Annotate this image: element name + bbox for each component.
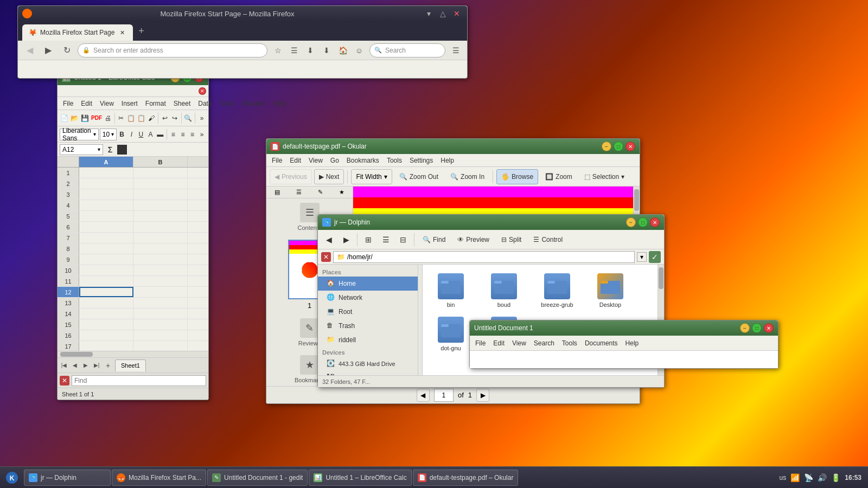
calc-menu-file[interactable]: File: [60, 99, 76, 108]
okular-menu-go[interactable]: Go: [327, 156, 342, 165]
tb-paste-btn[interactable]: 📋: [137, 112, 146, 125]
dolphin-control-btn[interactable]: ☰ Control: [528, 232, 567, 247]
cell-a3[interactable]: [79, 189, 133, 200]
tb-more-btn[interactable]: »: [197, 112, 206, 125]
cell-a1[interactable]: [79, 168, 133, 178]
dolphin-split-btn[interactable]: ⊟ Split: [496, 232, 526, 247]
okular-close-btn[interactable]: ✕: [626, 142, 635, 151]
cell-b16[interactable]: [133, 330, 188, 341]
dolphin-find-btn[interactable]: 🔍 Find: [418, 232, 450, 247]
dolphin-path-field[interactable]: 📁 /home/jr/: [333, 251, 635, 263]
cell-b1[interactable]: [133, 168, 188, 178]
okular-selection-btn[interactable]: ⬚ Selection ▾: [579, 169, 629, 184]
tb-new-btn[interactable]: 📄: [60, 112, 69, 125]
gedit-menu-documents[interactable]: Documents: [582, 338, 621, 348]
okular-zoom-out-btn[interactable]: 🔍 Zoom Out: [394, 169, 443, 184]
dolphin-icons-view-btn[interactable]: ⊞: [361, 232, 376, 247]
cell-a7[interactable]: [79, 233, 133, 243]
dolphin-vscroll-thumb[interactable]: [659, 267, 663, 289]
gedit-maximize-btn[interactable]: □: [752, 323, 762, 333]
firefox-search-bar[interactable]: 🔍 Search: [369, 43, 445, 57]
calc-hscroll-thumb[interactable]: [60, 352, 93, 357]
cell-b2[interactable]: [133, 178, 188, 189]
calc-formula-input[interactable]: [129, 144, 206, 155]
dolphin-places-root[interactable]: 💻 Root: [318, 305, 418, 319]
gedit-menu-tools[interactable]: Tools: [559, 338, 580, 348]
dolphin-places-riddell[interactable]: 📁 riddell: [318, 333, 418, 347]
dolphin-path-dropdown-btn[interactable]: ▾: [637, 252, 647, 262]
dolphin-forward-btn[interactable]: ▶: [339, 232, 354, 247]
cell-a4[interactable]: [79, 200, 133, 210]
okular-sidebar-tab-contents[interactable]: ☰: [288, 187, 310, 198]
tb-align-left-btn[interactable]: ≡: [169, 128, 178, 141]
okular-menu-edit[interactable]: Edit: [286, 156, 304, 165]
tb-find-btn[interactable]: 🔍: [183, 112, 193, 125]
tb-align-right-btn[interactable]: ≡: [188, 128, 197, 141]
cell-b5[interactable]: [133, 211, 188, 221]
cell-a10[interactable]: [79, 265, 133, 275]
dolphin-places-scrollbar[interactable]: [418, 265, 423, 375]
cell-a6[interactable]: [79, 222, 133, 232]
firefox-pocket-btn[interactable]: ⬇: [303, 43, 317, 57]
taskbar-app-okular[interactable]: 📄 default-testpage.pdf – Okular: [413, 470, 519, 486]
dolphin-places-trash[interactable]: 🗑 Trash: [318, 319, 418, 333]
calc-menu-view[interactable]: View: [97, 99, 117, 108]
firefox-reload-btn[interactable]: ↻: [59, 43, 74, 58]
okular-menu-file[interactable]: File: [269, 156, 285, 165]
calc-menu-sheet[interactable]: Sheet: [170, 99, 194, 108]
cell-b9[interactable]: [133, 254, 188, 265]
tb-italic-btn[interactable]: I: [127, 128, 136, 141]
calc-find-input[interactable]: [72, 375, 206, 386]
okular-browse-btn[interactable]: 🖐 Browse: [496, 169, 538, 184]
firefox-bookmark-btn[interactable]: ☆: [271, 43, 285, 57]
dolphin-details-view-btn[interactable]: ⊟: [395, 232, 411, 247]
calc-menu-window[interactable]: Window: [239, 99, 269, 108]
sheet-nav-last-btn[interactable]: ▶|: [92, 361, 101, 370]
calc-col-a-header[interactable]: A: [79, 157, 133, 167]
calc-cell-ref[interactable]: A12 ▾: [60, 144, 103, 155]
tb-redo-btn[interactable]: ↪: [170, 112, 179, 125]
cell-b6[interactable]: [133, 222, 188, 232]
okular-zoom-select[interactable]: Fit Width ▾: [351, 169, 392, 184]
calc-menu-insert[interactable]: Insert: [118, 99, 141, 108]
sheet-add-btn[interactable]: +: [103, 361, 113, 370]
okular-sidebar-tab-reviews[interactable]: ✎: [310, 187, 331, 198]
calc-menu-format[interactable]: Format: [142, 99, 169, 108]
gedit-menu-view[interactable]: View: [509, 338, 529, 348]
taskbar-app-dolphin[interactable]: 🐬 jr — Dolphin: [24, 470, 111, 486]
okular-menu-bookmarks[interactable]: Bookmarks: [343, 156, 382, 165]
list-item[interactable]: breeze-grub: [535, 271, 579, 310]
calc-find-close-btn[interactable]: ✕: [60, 376, 69, 386]
gedit-menu-help[interactable]: Help: [622, 338, 642, 348]
firefox-menu-btn[interactable]: ☰: [449, 43, 463, 57]
cell-b15[interactable]: [133, 319, 188, 330]
sheet-nav-first-btn[interactable]: |◀: [60, 361, 68, 370]
cell-a17[interactable]: [79, 341, 133, 351]
cell-b4[interactable]: [133, 200, 188, 210]
sheet-nav-next-btn[interactable]: ▶: [81, 361, 90, 370]
cell-a12[interactable]: [79, 287, 133, 297]
list-item[interactable]: dot-gnu: [429, 314, 473, 354]
tb-bold-btn[interactable]: B: [118, 128, 126, 141]
tb-bg-color-btn[interactable]: ▬: [156, 128, 164, 141]
cell-a2[interactable]: [79, 178, 133, 189]
firefox-back-btn[interactable]: ◀: [22, 43, 37, 58]
okular-menu-settings[interactable]: Settings: [406, 156, 436, 165]
dolphin-places-hd1[interactable]: 💽 443.3 GiB Hard Drive: [318, 357, 418, 371]
cell-a14[interactable]: [79, 309, 133, 319]
firefox-sync-btn[interactable]: ☺: [352, 43, 366, 57]
list-item[interactable]: bin: [429, 271, 473, 310]
cell-b11[interactable]: [133, 276, 188, 286]
cell-b7[interactable]: [133, 233, 188, 243]
list-item[interactable]: boud: [482, 271, 526, 310]
okular-zoom-in-btn[interactable]: 🔍 Zoom In: [445, 169, 489, 184]
tb-format-paint-btn[interactable]: 🖌: [147, 112, 156, 125]
sheet-nav-prev-btn[interactable]: ◀: [71, 361, 79, 370]
calc-menu-help[interactable]: Help: [270, 99, 290, 108]
okular-zoom-mode-btn[interactable]: 🔲 Zoom: [540, 169, 577, 184]
taskbar-app-gedit[interactable]: ✎ Untitled Document 1 - gedit: [207, 470, 308, 486]
dolphin-path-confirm-btn[interactable]: ✓: [649, 251, 661, 263]
dolphin-preview-btn[interactable]: 👁 Preview: [452, 232, 494, 247]
firefox-maximize-btn[interactable]: △: [437, 8, 449, 20]
firefox-tab-close-btn[interactable]: ✕: [118, 28, 126, 37]
